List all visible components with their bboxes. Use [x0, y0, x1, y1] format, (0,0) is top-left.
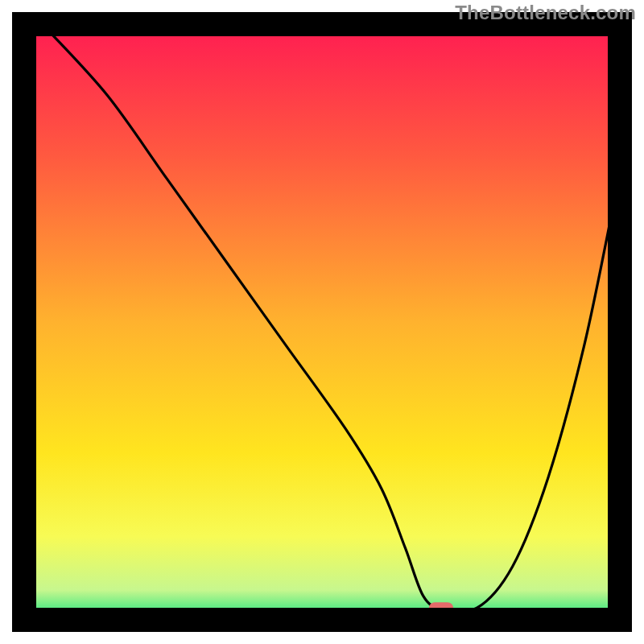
bottleneck-chart [0, 0, 644, 644]
chart-stage: TheBottleneck.com [0, 0, 644, 644]
watermark-text: TheBottleneck.com [455, 2, 636, 24]
